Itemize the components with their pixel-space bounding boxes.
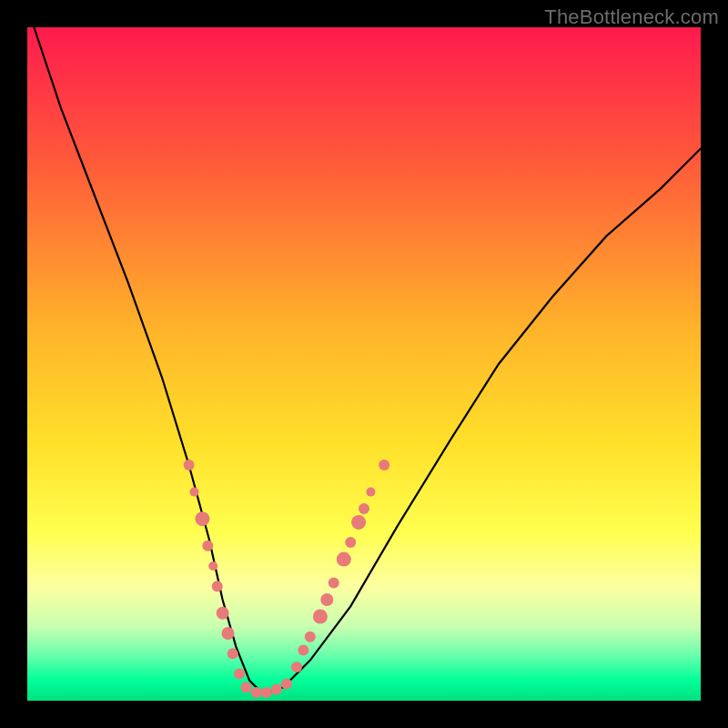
marker-dot <box>234 668 245 679</box>
marker-dot <box>271 683 282 694</box>
marker-dot <box>190 488 199 497</box>
marker-dot <box>359 503 369 514</box>
chart-overlay <box>27 27 701 701</box>
marker-dot <box>329 578 339 589</box>
marker-dot <box>261 687 272 698</box>
marker-dot <box>222 627 235 640</box>
marker-dot <box>291 662 302 672</box>
marker-cluster-left <box>184 460 292 698</box>
marker-dot <box>298 645 308 656</box>
marker-dot <box>379 460 389 470</box>
chart-frame: TheBottleneck.com <box>0 0 728 728</box>
bottleneck-curve <box>34 27 701 694</box>
marker-dot <box>184 460 195 470</box>
marker-dot <box>195 511 209 526</box>
marker-dot <box>202 541 213 551</box>
marker-dot <box>345 537 356 548</box>
marker-dot <box>351 515 366 530</box>
marker-dot <box>208 561 217 571</box>
marker-dot <box>366 488 375 497</box>
marker-dot <box>251 687 262 698</box>
marker-dot <box>228 648 238 659</box>
watermark-text: TheBottleneck.com <box>544 5 719 29</box>
marker-dot <box>313 610 328 624</box>
marker-dot <box>212 581 223 592</box>
marker-dot <box>241 682 252 693</box>
marker-dot <box>281 679 292 690</box>
marker-dot <box>320 593 333 606</box>
marker-dot <box>217 607 229 620</box>
marker-dot <box>337 552 351 567</box>
marker-dot <box>305 632 316 642</box>
